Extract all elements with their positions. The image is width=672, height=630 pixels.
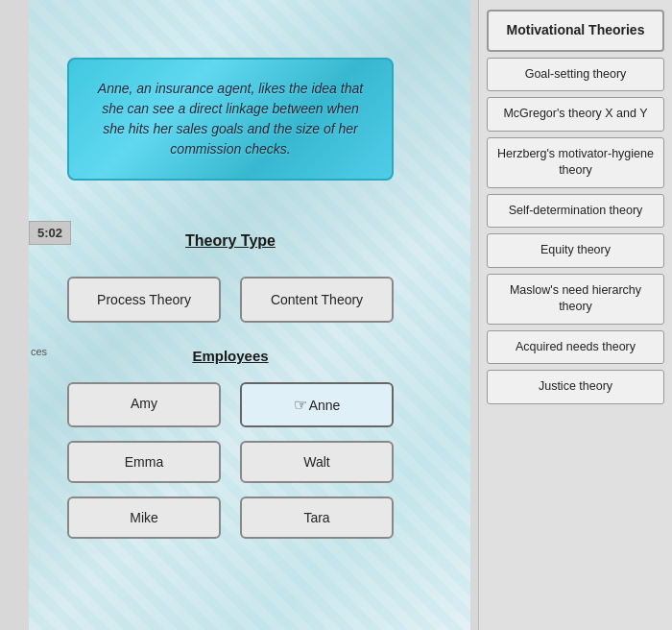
employee-grid: Amy ☞Anne Emma Walt Mike Tara xyxy=(67,382,394,539)
maslow-theory-item[interactable]: Maslow's need hierarchy theory xyxy=(487,274,664,325)
herzberg-theory-item[interactable]: Herzberg's motivator-hygiene theory xyxy=(487,137,664,188)
motivational-theories-heading: Motivational Theories xyxy=(496,21,655,40)
cursor-icon: ☞ xyxy=(294,396,307,414)
timer-label: 5:02 xyxy=(37,226,62,240)
content-theory-button[interactable]: Content Theory xyxy=(240,277,394,323)
amy-button[interactable]: Amy xyxy=(67,382,221,427)
right-panel-header: Motivational Theories xyxy=(487,10,664,52)
right-panel: Motivational Theories Goal-setting theor… xyxy=(478,0,672,630)
walt-button[interactable]: Walt xyxy=(240,441,394,483)
self-determination-theory-item[interactable]: Self-determination theory xyxy=(487,194,664,229)
ces-label: ces xyxy=(31,346,47,357)
scenario-text: Anne, an insurance agent, likes the idea… xyxy=(92,79,369,159)
main-area: Anne, an insurance agent, likes the idea… xyxy=(29,0,470,630)
theory-type-heading: Theory Type xyxy=(67,232,394,250)
process-theory-button[interactable]: Process Theory xyxy=(67,277,221,323)
employees-heading: Employees xyxy=(67,348,394,364)
mike-button[interactable]: Mike xyxy=(67,497,221,539)
mcgregor-theory-item[interactable]: McGregor's theory X and Y xyxy=(487,97,664,132)
acquired-needs-theory-item[interactable]: Acquired needs theory xyxy=(487,330,664,365)
timer-badge: 5:02 xyxy=(29,221,71,245)
emma-button[interactable]: Emma xyxy=(67,441,221,483)
goal-setting-theory-item[interactable]: Goal-setting theory xyxy=(487,58,664,92)
equity-theory-item[interactable]: Equity theory xyxy=(487,233,664,268)
tara-button[interactable]: Tara xyxy=(240,497,394,539)
justice-theory-item[interactable]: Justice theory xyxy=(487,370,664,404)
scenario-card: Anne, an insurance agent, likes the idea… xyxy=(67,58,394,181)
anne-button[interactable]: ☞Anne xyxy=(240,382,394,427)
theory-buttons-group: Process Theory Content Theory xyxy=(67,277,394,323)
